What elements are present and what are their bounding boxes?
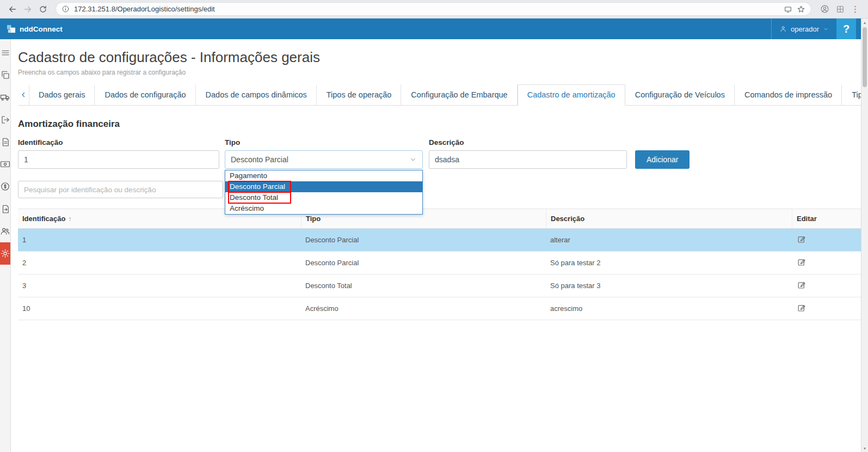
table-row[interactable]: 2 Desconto Parcial Só para testar 2	[18, 252, 868, 274]
sidebar-item-menu[interactable]	[0, 41, 10, 64]
scroll-up-arrow[interactable]: ▲	[861, 19, 868, 26]
cell-tipo: Desconto Total	[301, 282, 546, 290]
scroll-down-arrow[interactable]: ▼	[861, 444, 868, 452]
cell-tipo: Desconto Parcial	[301, 236, 546, 244]
copy-icon	[1, 70, 10, 80]
dropdown-option-label: Acréscimo	[230, 204, 264, 212]
browser-toolbar: 172.31.251.8/OperadorLogistico/settings/…	[0, 0, 868, 19]
back-arrow-icon	[8, 4, 17, 14]
settings-gear-icon	[0, 248, 10, 259]
edit-button[interactable]	[796, 256, 808, 270]
sidebar-item-transport[interactable]	[0, 86, 10, 108]
cell-tipo: Acréscimo	[301, 304, 546, 313]
search-row	[18, 181, 868, 198]
menu-icon	[1, 48, 10, 58]
page-info-icon[interactable]	[61, 5, 70, 13]
tab-dados-de-campos-dinamicos[interactable]: Dados de campos dinâmicos	[196, 84, 317, 106]
back-button[interactable]	[5, 2, 20, 16]
help-button[interactable]: ?	[836, 19, 856, 39]
sidebar-item-documents[interactable]	[0, 64, 10, 86]
descricao-label: Descrição	[429, 138, 627, 146]
dropdown-option-label: Pagamento	[230, 172, 267, 180]
sidebar-item-export[interactable]	[0, 108, 10, 131]
tab-configuracao-de-embarque[interactable]: Configuração de Embarque	[401, 84, 517, 106]
dropdown-option-label: Desconto Total	[230, 193, 278, 201]
sidebar-item-users[interactable]	[0, 220, 10, 242]
profile-icon[interactable]	[820, 4, 829, 14]
sidebar-item-billing[interactable]	[0, 153, 10, 175]
users-icon	[0, 226, 10, 236]
table-row[interactable]: 3 Desconto Total Só para testar 3	[18, 274, 868, 297]
adicionar-button[interactable]: Adicionar	[635, 150, 690, 169]
edit-button[interactable]	[796, 302, 808, 315]
refresh-button[interactable]	[36, 2, 50, 16]
user-name-label: operador	[791, 25, 819, 33]
banknote-icon	[0, 159, 10, 169]
edit-pencil-icon	[797, 235, 807, 244]
forward-button[interactable]	[21, 2, 35, 16]
brand-logo[interactable]: nddConnect	[0, 25, 69, 34]
sidebar-item-settings[interactable]	[0, 242, 10, 265]
dropdown-option-acrescimo[interactable]: Acréscimo	[225, 203, 422, 214]
sidebar-item-finance[interactable]	[0, 175, 10, 198]
browser-menu-kebab-icon[interactable]: ⋮	[851, 5, 859, 13]
url-text[interactable]: 172.31.251.8/OperadorLogistico/settings/…	[74, 5, 779, 13]
tipo-label: Tipo	[225, 138, 423, 146]
dropdown-option-desconto-total[interactable]: Desconto Total	[225, 192, 422, 203]
table-row[interactable]: 10 Acréscimo acrescimo	[18, 297, 868, 320]
browser-actions: ⋮	[817, 4, 863, 14]
table-header: Identificação ↑ Tipo Descrição Editar	[18, 209, 868, 229]
cell-identificacao: 10	[18, 304, 301, 313]
edit-button[interactable]	[796, 279, 808, 292]
table-row[interactable]: 1 Desconto Parcial alterar	[18, 229, 868, 252]
cast-icon[interactable]	[784, 5, 792, 14]
amortization-form: Identificação Tipo Desconto Parcial Paga…	[18, 138, 868, 169]
tab-dados-gerais[interactable]: Dados gerais	[29, 84, 95, 106]
dropdown-option-label: Desconto Parcial	[230, 182, 285, 191]
scrollbar-thumb[interactable]	[863, 27, 867, 87]
tab-cadastro-de-amortizacao[interactable]: Cadastro de amortização	[518, 84, 625, 106]
identificacao-label: Identificação	[18, 138, 219, 146]
forward-arrow-icon	[23, 4, 33, 14]
tab-configuracao-de-veiculos[interactable]: Configuração de Veículos	[625, 84, 735, 106]
tab-bar: Dados gerais Dados de configuração Dados…	[18, 84, 868, 106]
refresh-icon	[39, 5, 47, 14]
document-export-icon	[1, 204, 10, 214]
tab-comandos-de-impressao[interactable]: Comandos de impressão	[735, 84, 842, 106]
amortization-table: Identificação ↑ Tipo Descrição Editar 1 …	[18, 209, 868, 320]
select-chevron-down-icon	[409, 156, 417, 163]
column-header-label: Identificação	[22, 215, 65, 223]
tabs-strip: Dados gerais Dados de configuração Dados…	[29, 84, 868, 106]
tab-tipos-de-operacao[interactable]: Tipos de operação	[317, 84, 402, 106]
column-header-descricao[interactable]: Descrição	[546, 209, 792, 228]
cell-tipo: Desconto Parcial	[301, 259, 546, 267]
tabs-scroll-left-button[interactable]	[18, 84, 29, 105]
edit-pencil-icon	[797, 280, 807, 290]
user-icon	[779, 25, 787, 33]
tipo-select[interactable]: Desconto Parcial	[225, 150, 423, 169]
dropdown-option-desconto-parcial[interactable]: Desconto Parcial	[225, 181, 422, 192]
cell-descricao: Só para testar 2	[546, 259, 792, 267]
sidebar	[0, 39, 11, 452]
column-header-editar: Editar	[792, 209, 824, 228]
search-input[interactable]	[18, 181, 223, 198]
user-menu[interactable]: operador	[771, 19, 836, 39]
cell-descricao: acrescimo	[546, 304, 792, 313]
bookmark-star-icon[interactable]	[797, 5, 805, 14]
sidebar-item-report[interactable]	[0, 131, 10, 153]
cell-identificacao: 3	[18, 282, 301, 290]
sidebar-item-invoices[interactable]	[0, 198, 10, 220]
descricao-input[interactable]	[429, 150, 627, 169]
dropdown-option-pagamento[interactable]: Pagamento	[225, 170, 422, 181]
page-title: Cadastro de configurações - Informações …	[18, 49, 868, 66]
address-bar[interactable]: 172.31.251.8/OperadorLogistico/settings/…	[56, 2, 811, 16]
identificacao-input[interactable]	[18, 150, 219, 169]
cell-descricao: alterar	[546, 236, 792, 244]
vertical-scrollbar[interactable]: ▲ ▼	[861, 19, 868, 452]
dollar-circle-icon	[0, 181, 10, 192]
cell-identificacao: 2	[18, 259, 301, 267]
extensions-icon[interactable]	[836, 5, 845, 14]
tab-dados-de-configuracao[interactable]: Dados de configuração	[95, 84, 195, 106]
edit-button[interactable]	[796, 234, 808, 247]
section-title: Amortização financeira	[18, 119, 868, 130]
